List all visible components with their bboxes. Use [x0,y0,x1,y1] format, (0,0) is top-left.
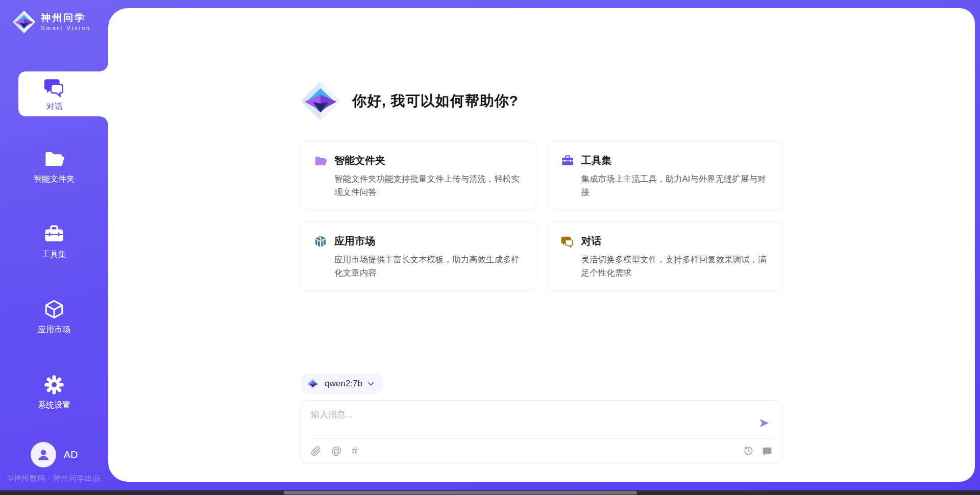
history-button[interactable] [743,445,754,456]
topic-button[interactable]: # [352,445,357,457]
card-description: 灵活切换多模型文件，支持多样回复效果调试，满足个性化需求 [561,253,770,279]
sidebar-item-smart-folder[interactable]: 智能文件夹 [0,148,108,185]
feature-cards: 智能文件夹 智能文件夹功能支持批量文件上传与清洗，轻松实现文件问答 工具集 集成… [300,141,783,291]
conversation-button[interactable] [762,446,772,456]
greeting-title: 你好, 我可以如何帮助你? [352,91,519,111]
sidebar-item-label: 系统设置 [0,400,108,411]
model-selector[interactable]: qwen2:7b [300,374,383,394]
sidebar-item-toolset[interactable]: 工具集 [0,224,108,260]
avatar [31,442,56,467]
sidebar-item-app-market[interactable]: 应用市场 [0,299,108,335]
gear-icon [43,374,65,395]
brand-name: 神州问学 [41,13,91,23]
chat-bubble-icon [762,446,772,456]
user-name: AD [64,449,78,461]
sidebar-item-label: 智能文件夹 [0,174,108,185]
chat-icon [44,76,65,97]
at-icon: @ [331,445,341,457]
paperclip-icon [311,446,321,456]
main-panel: 你好, 我可以如何帮助你? 智能文件夹 智能文件夹功能支持批量文件上传与清洗，轻… [108,8,975,482]
chat-composer-area: qwen2:7b [300,374,783,482]
sidebar-item-label: 工具集 [0,250,108,260]
cube-icon [314,235,327,248]
sidebar: 神州问学 Smart Vision 对话 智能文件夹 工具集 [0,0,108,495]
card-chat[interactable]: 对话 灵活切换多模型文件，支持多样回复效果调试，满足个性化需求 [547,221,783,291]
folder-icon [314,154,327,167]
chat-icon [561,235,574,248]
sidebar-item-settings[interactable]: 系统设置 [0,374,108,411]
app-logo: 神州问学 Smart Vision [12,10,91,34]
user-account[interactable]: AD [0,442,108,467]
greeting-gem-icon [300,81,341,121]
attach-file-button[interactable] [311,446,321,456]
sidebar-footer: ©神州数码 · 神州问学出品 [0,474,108,483]
sidebar-item-label: 对话 [46,102,63,112]
send-icon [758,417,770,429]
briefcase-icon [43,224,65,245]
card-title: 工具集 [581,154,612,167]
card-description: 智能文件夹功能支持批量文件上传与清洗，轻松实现文件问答 [314,172,523,199]
send-button[interactable] [756,415,772,433]
briefcase-icon [561,154,574,167]
chevron-down-icon [368,382,374,386]
message-input[interactable] [311,409,756,435]
horizontal-scrollbar[interactable] [0,490,980,495]
card-title: 对话 [581,234,602,248]
model-gem-icon [306,377,320,390]
card-title: 应用市场 [334,234,375,248]
user-icon [36,447,51,462]
brand-subtitle: Smart Vision [41,25,91,31]
brand-gem-icon [12,10,36,34]
message-input-card: @ # [300,400,783,463]
folder-icon [43,148,65,169]
card-description: 集成市场上主流工具，助力AI与外界无缝扩展与对接 [561,172,770,199]
hash-icon: # [352,445,357,457]
card-app-market[interactable]: 应用市场 应用市场提供丰富长文本模板，助力高效生成多样化文章内容 [300,221,536,291]
sidebar-item-label: 应用市场 [0,325,108,335]
card-description: 应用市场提供丰富长文本模板，助力高效生成多样化文章内容 [314,253,523,279]
model-name: qwen2:7b [325,379,362,389]
card-title: 智能文件夹 [334,154,385,167]
history-icon [743,445,754,456]
cube-icon [43,299,65,320]
card-smart-folder[interactable]: 智能文件夹 智能文件夹功能支持批量文件上传与清洗，轻松实现文件问答 [300,141,536,210]
card-toolset[interactable]: 工具集 集成市场上主流工具，助力AI与外界无缝扩展与对接 [547,141,783,210]
sidebar-item-chat[interactable]: 对话 [18,71,91,116]
scrollbar-thumb[interactable] [284,491,637,494]
mention-button[interactable]: @ [331,445,341,457]
greeting: 你好, 我可以如何帮助你? [300,81,783,121]
